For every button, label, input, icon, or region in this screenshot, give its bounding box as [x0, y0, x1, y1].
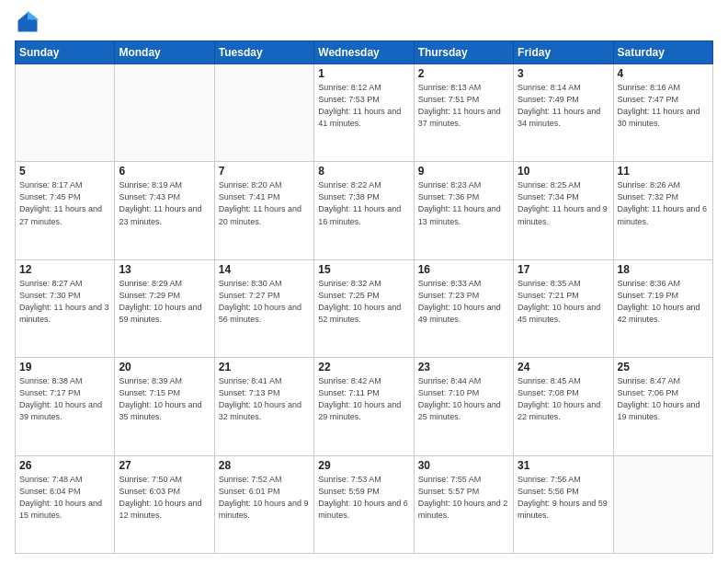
day-info: Sunrise: 8:25 AMSunset: 7:34 PMDaylight:… [518, 179, 609, 227]
week-row-2: 12Sunrise: 8:27 AMSunset: 7:30 PMDayligh… [16, 259, 713, 357]
weekday-header-thursday: Thursday [414, 41, 513, 64]
day-number: 15 [318, 263, 409, 276]
calendar-cell: 15Sunrise: 8:32 AMSunset: 7:25 PMDayligh… [314, 259, 414, 357]
day-info: Sunrise: 8:14 AMSunset: 7:49 PMDaylight:… [518, 82, 609, 130]
weekday-header-friday: Friday [514, 41, 613, 64]
day-info: Sunrise: 8:47 AMSunset: 7:06 PMDaylight:… [618, 375, 709, 423]
day-info: Sunrise: 8:36 AMSunset: 7:19 PMDaylight:… [618, 278, 709, 326]
weekday-header-saturday: Saturday [613, 41, 712, 64]
logo [15, 9, 42, 35]
day-info: Sunrise: 8:19 AMSunset: 7:43 PMDaylight:… [119, 179, 210, 227]
day-info: Sunrise: 8:32 AMSunset: 7:25 PMDaylight:… [318, 278, 409, 326]
day-info: Sunrise: 8:35 AMSunset: 7:21 PMDaylight:… [518, 278, 609, 326]
calendar-cell: 3Sunrise: 8:14 AMSunset: 7:49 PMDaylight… [514, 64, 613, 162]
day-number: 12 [19, 263, 110, 276]
day-number: 23 [418, 361, 509, 373]
calendar-cell: 21Sunrise: 8:41 AMSunset: 7:13 PMDayligh… [214, 358, 313, 455]
calendar-cell: 9Sunrise: 8:23 AMSunset: 7:36 PMDaylight… [414, 162, 513, 259]
day-info: Sunrise: 8:42 AMSunset: 7:11 PMDaylight:… [318, 375, 409, 423]
calendar-cell: 26Sunrise: 7:48 AMSunset: 6:04 PMDayligh… [16, 455, 115, 553]
calendar-cell: 18Sunrise: 8:36 AMSunset: 7:19 PMDayligh… [613, 259, 712, 357]
day-info: Sunrise: 8:13 AMSunset: 7:51 PMDaylight:… [418, 82, 509, 130]
day-number: 10 [518, 165, 609, 178]
day-number: 2 [418, 67, 509, 80]
day-number: 16 [418, 263, 509, 276]
day-info: Sunrise: 8:16 AMSunset: 7:47 PMDaylight:… [618, 82, 709, 130]
calendar-cell: 14Sunrise: 8:30 AMSunset: 7:27 PMDayligh… [214, 259, 313, 357]
day-number: 21 [219, 361, 310, 373]
day-number: 3 [518, 67, 609, 80]
calendar-cell: 6Sunrise: 8:19 AMSunset: 7:43 PMDaylight… [115, 162, 214, 259]
calendar-cell [115, 64, 214, 162]
day-info: Sunrise: 8:17 AMSunset: 7:45 PMDaylight:… [19, 179, 110, 227]
day-info: Sunrise: 8:26 AMSunset: 7:32 PMDaylight:… [618, 179, 709, 227]
week-row-3: 19Sunrise: 8:38 AMSunset: 7:17 PMDayligh… [16, 358, 713, 455]
day-number: 7 [219, 165, 310, 178]
day-info: Sunrise: 8:20 AMSunset: 7:41 PMDaylight:… [219, 179, 310, 227]
calendar-cell: 20Sunrise: 8:39 AMSunset: 7:15 PMDayligh… [115, 358, 214, 455]
day-info: Sunrise: 8:12 AMSunset: 7:53 PMDaylight:… [318, 82, 409, 130]
day-number: 27 [119, 459, 210, 472]
week-row-4: 26Sunrise: 7:48 AMSunset: 6:04 PMDayligh… [16, 455, 713, 553]
day-info: Sunrise: 7:53 AMSunset: 5:59 PMDaylight:… [318, 474, 409, 522]
page: SundayMondayTuesdayWednesdayThursdayFrid… [0, 0, 728, 563]
calendar-cell: 29Sunrise: 7:53 AMSunset: 5:59 PMDayligh… [314, 455, 414, 553]
calendar-cell: 5Sunrise: 8:17 AMSunset: 7:45 PMDaylight… [16, 162, 115, 259]
calendar-cell: 11Sunrise: 8:26 AMSunset: 7:32 PMDayligh… [613, 162, 712, 259]
calendar-cell: 17Sunrise: 8:35 AMSunset: 7:21 PMDayligh… [514, 259, 613, 357]
calendar-cell: 31Sunrise: 7:56 AMSunset: 5:56 PMDayligh… [514, 455, 613, 553]
weekday-header-tuesday: Tuesday [214, 41, 313, 64]
day-number: 26 [19, 459, 110, 472]
calendar-cell: 10Sunrise: 8:25 AMSunset: 7:34 PMDayligh… [514, 162, 613, 259]
calendar-cell: 27Sunrise: 7:50 AMSunset: 6:03 PMDayligh… [115, 455, 214, 553]
day-info: Sunrise: 8:22 AMSunset: 7:38 PMDaylight:… [318, 179, 409, 227]
calendar-cell [613, 455, 712, 553]
calendar-cell: 2Sunrise: 8:13 AMSunset: 7:51 PMDaylight… [414, 64, 513, 162]
day-number: 13 [119, 263, 210, 276]
day-info: Sunrise: 8:23 AMSunset: 7:36 PMDaylight:… [418, 179, 509, 227]
day-number: 18 [618, 263, 709, 276]
day-number: 8 [318, 165, 409, 178]
calendar-cell: 23Sunrise: 8:44 AMSunset: 7:10 PMDayligh… [414, 358, 513, 455]
calendar-cell [214, 64, 313, 162]
calendar-cell: 19Sunrise: 8:38 AMSunset: 7:17 PMDayligh… [16, 358, 115, 455]
day-number: 28 [219, 459, 310, 472]
day-info: Sunrise: 8:27 AMSunset: 7:30 PMDaylight:… [19, 278, 110, 326]
day-info: Sunrise: 8:33 AMSunset: 7:23 PMDaylight:… [418, 278, 509, 326]
weekday-header-wednesday: Wednesday [314, 41, 414, 64]
weekday-header-sunday: Sunday [16, 41, 115, 64]
day-info: Sunrise: 8:41 AMSunset: 7:13 PMDaylight:… [219, 375, 310, 423]
day-info: Sunrise: 8:45 AMSunset: 7:08 PMDaylight:… [518, 375, 609, 423]
calendar-cell: 16Sunrise: 8:33 AMSunset: 7:23 PMDayligh… [414, 259, 513, 357]
day-number: 11 [618, 165, 709, 178]
logo-icon [15, 9, 40, 35]
calendar-cell: 30Sunrise: 7:55 AMSunset: 5:57 PMDayligh… [414, 455, 513, 553]
day-number: 20 [119, 361, 210, 373]
day-info: Sunrise: 8:38 AMSunset: 7:17 PMDaylight:… [19, 375, 110, 423]
calendar-cell: 25Sunrise: 8:47 AMSunset: 7:06 PMDayligh… [613, 358, 712, 455]
day-info: Sunrise: 7:52 AMSunset: 6:01 PMDaylight:… [219, 474, 310, 522]
day-number: 30 [418, 459, 509, 472]
day-number: 6 [119, 165, 210, 178]
calendar-cell: 22Sunrise: 8:42 AMSunset: 7:11 PMDayligh… [314, 358, 414, 455]
day-info: Sunrise: 8:44 AMSunset: 7:10 PMDaylight:… [418, 375, 509, 423]
calendar-cell: 28Sunrise: 7:52 AMSunset: 6:01 PMDayligh… [214, 455, 313, 553]
day-info: Sunrise: 8:30 AMSunset: 7:27 PMDaylight:… [219, 278, 310, 326]
calendar-cell: 13Sunrise: 8:29 AMSunset: 7:29 PMDayligh… [115, 259, 214, 357]
header [15, 9, 713, 35]
calendar-table: SundayMondayTuesdayWednesdayThursdayFrid… [15, 40, 713, 554]
day-number: 19 [19, 361, 110, 373]
day-info: Sunrise: 7:56 AMSunset: 5:56 PMDaylight:… [518, 474, 609, 522]
day-info: Sunrise: 8:29 AMSunset: 7:29 PMDaylight:… [119, 278, 210, 326]
calendar-cell: 4Sunrise: 8:16 AMSunset: 7:47 PMDaylight… [613, 64, 712, 162]
day-number: 17 [518, 263, 609, 276]
week-row-1: 5Sunrise: 8:17 AMSunset: 7:45 PMDaylight… [16, 162, 713, 259]
calendar-cell: 8Sunrise: 8:22 AMSunset: 7:38 PMDaylight… [314, 162, 414, 259]
day-number: 31 [518, 459, 609, 472]
weekday-header-row: SundayMondayTuesdayWednesdayThursdayFrid… [16, 41, 713, 64]
day-number: 1 [318, 67, 409, 80]
svg-marker-1 [28, 11, 39, 20]
day-number: 14 [219, 263, 310, 276]
calendar-cell: 7Sunrise: 8:20 AMSunset: 7:41 PMDaylight… [214, 162, 313, 259]
day-info: Sunrise: 7:50 AMSunset: 6:03 PMDaylight:… [119, 474, 210, 522]
